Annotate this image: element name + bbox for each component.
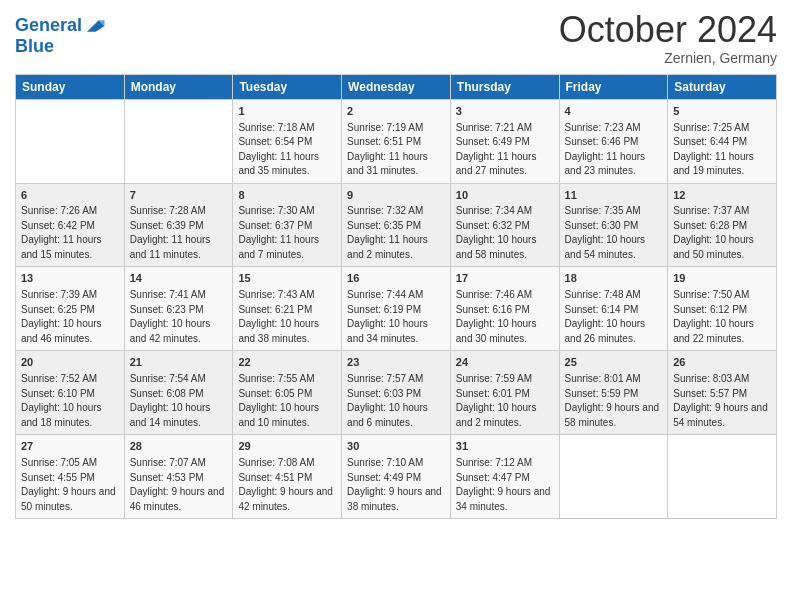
day-info: Sunrise: 7:43 AM Sunset: 6:21 PM Dayligh…	[238, 288, 336, 346]
day-info: Sunrise: 7:19 AM Sunset: 6:51 PM Dayligh…	[347, 121, 445, 179]
day-info: Sunrise: 7:52 AM Sunset: 6:10 PM Dayligh…	[21, 372, 119, 430]
day-number: 5	[673, 104, 771, 120]
logo: General Blue	[15, 15, 106, 57]
day-number: 11	[565, 188, 663, 204]
day-info: Sunrise: 7:54 AM Sunset: 6:08 PM Dayligh…	[130, 372, 228, 430]
calendar-cell: 19Sunrise: 7:50 AM Sunset: 6:12 PM Dayli…	[668, 267, 777, 351]
day-number: 28	[130, 439, 228, 455]
day-number: 12	[673, 188, 771, 204]
calendar-cell: 31Sunrise: 7:12 AM Sunset: 4:47 PM Dayli…	[450, 435, 559, 519]
calendar-cell: 28Sunrise: 7:07 AM Sunset: 4:53 PM Dayli…	[124, 435, 233, 519]
calendar-cell: 10Sunrise: 7:34 AM Sunset: 6:32 PM Dayli…	[450, 183, 559, 267]
day-number: 4	[565, 104, 663, 120]
day-number: 26	[673, 355, 771, 371]
day-info: Sunrise: 7:41 AM Sunset: 6:23 PM Dayligh…	[130, 288, 228, 346]
day-number: 6	[21, 188, 119, 204]
day-number: 30	[347, 439, 445, 455]
day-info: Sunrise: 7:50 AM Sunset: 6:12 PM Dayligh…	[673, 288, 771, 346]
col-monday: Monday	[124, 74, 233, 99]
day-info: Sunrise: 7:12 AM Sunset: 4:47 PM Dayligh…	[456, 456, 554, 514]
calendar-cell: 16Sunrise: 7:44 AM Sunset: 6:19 PM Dayli…	[342, 267, 451, 351]
calendar-cell: 25Sunrise: 8:01 AM Sunset: 5:59 PM Dayli…	[559, 351, 668, 435]
day-number: 7	[130, 188, 228, 204]
day-number: 25	[565, 355, 663, 371]
calendar-cell: 7Sunrise: 7:28 AM Sunset: 6:39 PM Daylig…	[124, 183, 233, 267]
day-info: Sunrise: 7:37 AM Sunset: 6:28 PM Dayligh…	[673, 204, 771, 262]
day-info: Sunrise: 7:30 AM Sunset: 6:37 PM Dayligh…	[238, 204, 336, 262]
day-number: 1	[238, 104, 336, 120]
day-number: 31	[456, 439, 554, 455]
day-info: Sunrise: 7:05 AM Sunset: 4:55 PM Dayligh…	[21, 456, 119, 514]
header-row: Sunday Monday Tuesday Wednesday Thursday…	[16, 74, 777, 99]
day-number: 13	[21, 271, 119, 287]
day-info: Sunrise: 7:10 AM Sunset: 4:49 PM Dayligh…	[347, 456, 445, 514]
day-number: 9	[347, 188, 445, 204]
day-info: Sunrise: 7:23 AM Sunset: 6:46 PM Dayligh…	[565, 121, 663, 179]
calendar-cell: 9Sunrise: 7:32 AM Sunset: 6:35 PM Daylig…	[342, 183, 451, 267]
page-header: General Blue October 2024 Zernien, Germa…	[15, 10, 777, 66]
col-thursday: Thursday	[450, 74, 559, 99]
calendar-header: Sunday Monday Tuesday Wednesday Thursday…	[16, 74, 777, 99]
day-info: Sunrise: 7:59 AM Sunset: 6:01 PM Dayligh…	[456, 372, 554, 430]
logo-blue-text: Blue	[15, 37, 106, 57]
col-friday: Friday	[559, 74, 668, 99]
calendar-cell	[559, 435, 668, 519]
calendar-cell: 4Sunrise: 7:23 AM Sunset: 6:46 PM Daylig…	[559, 99, 668, 183]
day-info: Sunrise: 7:26 AM Sunset: 6:42 PM Dayligh…	[21, 204, 119, 262]
calendar-table: Sunday Monday Tuesday Wednesday Thursday…	[15, 74, 777, 520]
calendar-cell: 15Sunrise: 7:43 AM Sunset: 6:21 PM Dayli…	[233, 267, 342, 351]
calendar-row: 20Sunrise: 7:52 AM Sunset: 6:10 PM Dayli…	[16, 351, 777, 435]
day-info: Sunrise: 7:48 AM Sunset: 6:14 PM Dayligh…	[565, 288, 663, 346]
day-info: Sunrise: 7:57 AM Sunset: 6:03 PM Dayligh…	[347, 372, 445, 430]
calendar-row: 6Sunrise: 7:26 AM Sunset: 6:42 PM Daylig…	[16, 183, 777, 267]
day-info: Sunrise: 8:03 AM Sunset: 5:57 PM Dayligh…	[673, 372, 771, 430]
calendar-cell: 1Sunrise: 7:18 AM Sunset: 6:54 PM Daylig…	[233, 99, 342, 183]
day-info: Sunrise: 7:25 AM Sunset: 6:44 PM Dayligh…	[673, 121, 771, 179]
calendar-cell: 30Sunrise: 7:10 AM Sunset: 4:49 PM Dayli…	[342, 435, 451, 519]
day-number: 19	[673, 271, 771, 287]
calendar-cell: 6Sunrise: 7:26 AM Sunset: 6:42 PM Daylig…	[16, 183, 125, 267]
col-wednesday: Wednesday	[342, 74, 451, 99]
col-sunday: Sunday	[16, 74, 125, 99]
month-title: October 2024	[559, 10, 777, 50]
calendar-cell: 3Sunrise: 7:21 AM Sunset: 6:49 PM Daylig…	[450, 99, 559, 183]
day-number: 21	[130, 355, 228, 371]
day-info: Sunrise: 7:18 AM Sunset: 6:54 PM Dayligh…	[238, 121, 336, 179]
logo-text: General	[15, 16, 82, 36]
calendar-row: 1Sunrise: 7:18 AM Sunset: 6:54 PM Daylig…	[16, 99, 777, 183]
day-number: 17	[456, 271, 554, 287]
calendar-cell: 27Sunrise: 7:05 AM Sunset: 4:55 PM Dayli…	[16, 435, 125, 519]
day-info: Sunrise: 7:21 AM Sunset: 6:49 PM Dayligh…	[456, 121, 554, 179]
day-info: Sunrise: 7:28 AM Sunset: 6:39 PM Dayligh…	[130, 204, 228, 262]
day-number: 3	[456, 104, 554, 120]
day-number: 22	[238, 355, 336, 371]
day-number: 10	[456, 188, 554, 204]
calendar-cell: 2Sunrise: 7:19 AM Sunset: 6:51 PM Daylig…	[342, 99, 451, 183]
calendar-cell: 13Sunrise: 7:39 AM Sunset: 6:25 PM Dayli…	[16, 267, 125, 351]
day-info: Sunrise: 7:07 AM Sunset: 4:53 PM Dayligh…	[130, 456, 228, 514]
calendar-cell: 8Sunrise: 7:30 AM Sunset: 6:37 PM Daylig…	[233, 183, 342, 267]
day-info: Sunrise: 7:32 AM Sunset: 6:35 PM Dayligh…	[347, 204, 445, 262]
calendar-cell: 18Sunrise: 7:48 AM Sunset: 6:14 PM Dayli…	[559, 267, 668, 351]
calendar-cell: 14Sunrise: 7:41 AM Sunset: 6:23 PM Dayli…	[124, 267, 233, 351]
day-number: 29	[238, 439, 336, 455]
calendar-cell	[668, 435, 777, 519]
day-number: 23	[347, 355, 445, 371]
day-number: 24	[456, 355, 554, 371]
location-subtitle: Zernien, Germany	[559, 50, 777, 66]
day-number: 27	[21, 439, 119, 455]
calendar-row: 13Sunrise: 7:39 AM Sunset: 6:25 PM Dayli…	[16, 267, 777, 351]
calendar-cell: 12Sunrise: 7:37 AM Sunset: 6:28 PM Dayli…	[668, 183, 777, 267]
calendar-cell: 29Sunrise: 7:08 AM Sunset: 4:51 PM Dayli…	[233, 435, 342, 519]
logo-general: General	[15, 15, 82, 35]
day-info: Sunrise: 7:35 AM Sunset: 6:30 PM Dayligh…	[565, 204, 663, 262]
day-info: Sunrise: 7:34 AM Sunset: 6:32 PM Dayligh…	[456, 204, 554, 262]
calendar-cell: 24Sunrise: 7:59 AM Sunset: 6:01 PM Dayli…	[450, 351, 559, 435]
day-number: 15	[238, 271, 336, 287]
logo-icon	[84, 15, 106, 37]
calendar-cell	[16, 99, 125, 183]
title-block: October 2024 Zernien, Germany	[559, 10, 777, 66]
calendar-cell: 23Sunrise: 7:57 AM Sunset: 6:03 PM Dayli…	[342, 351, 451, 435]
day-number: 20	[21, 355, 119, 371]
col-saturday: Saturday	[668, 74, 777, 99]
